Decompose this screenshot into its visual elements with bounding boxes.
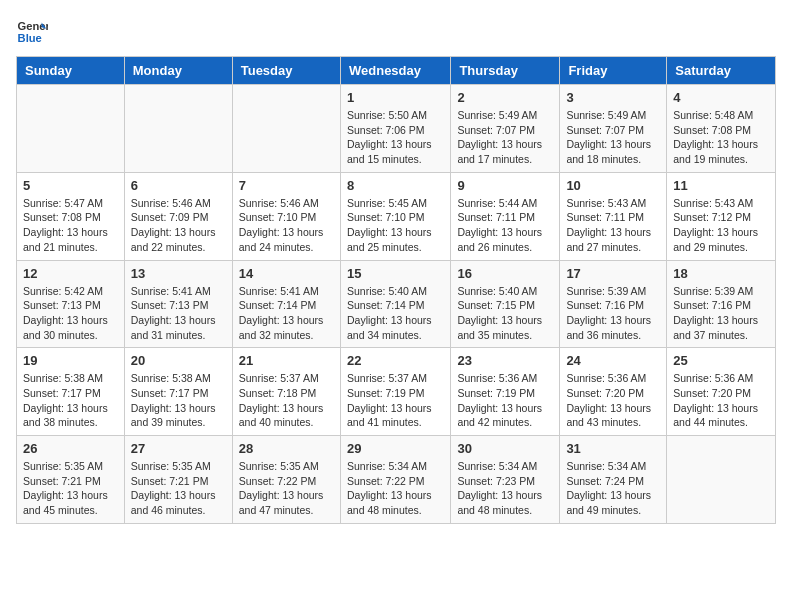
day-info: Sunrise: 5:43 AM Sunset: 7:11 PM Dayligh… (566, 196, 660, 255)
day-number: 26 (23, 441, 118, 456)
day-number: 21 (239, 353, 334, 368)
calendar-cell: 14Sunrise: 5:41 AM Sunset: 7:14 PM Dayli… (232, 260, 340, 348)
calendar-cell: 31Sunrise: 5:34 AM Sunset: 7:24 PM Dayli… (560, 436, 667, 524)
day-info: Sunrise: 5:36 AM Sunset: 7:20 PM Dayligh… (673, 371, 769, 430)
day-info: Sunrise: 5:40 AM Sunset: 7:14 PM Dayligh… (347, 284, 444, 343)
day-info: Sunrise: 5:38 AM Sunset: 7:17 PM Dayligh… (131, 371, 226, 430)
day-info: Sunrise: 5:43 AM Sunset: 7:12 PM Dayligh… (673, 196, 769, 255)
day-info: Sunrise: 5:34 AM Sunset: 7:24 PM Dayligh… (566, 459, 660, 518)
calendar-week-3: 12Sunrise: 5:42 AM Sunset: 7:13 PM Dayli… (17, 260, 776, 348)
col-header-wednesday: Wednesday (340, 57, 450, 85)
calendar-cell: 15Sunrise: 5:40 AM Sunset: 7:14 PM Dayli… (340, 260, 450, 348)
logo: General Blue (16, 16, 48, 48)
day-number: 13 (131, 266, 226, 281)
col-header-saturday: Saturday (667, 57, 776, 85)
calendar-cell: 1Sunrise: 5:50 AM Sunset: 7:06 PM Daylig… (340, 85, 450, 173)
col-header-friday: Friday (560, 57, 667, 85)
day-info: Sunrise: 5:46 AM Sunset: 7:09 PM Dayligh… (131, 196, 226, 255)
calendar-cell (17, 85, 125, 173)
day-number: 14 (239, 266, 334, 281)
day-info: Sunrise: 5:41 AM Sunset: 7:13 PM Dayligh… (131, 284, 226, 343)
day-info: Sunrise: 5:37 AM Sunset: 7:18 PM Dayligh… (239, 371, 334, 430)
day-number: 30 (457, 441, 553, 456)
day-number: 28 (239, 441, 334, 456)
day-info: Sunrise: 5:34 AM Sunset: 7:23 PM Dayligh… (457, 459, 553, 518)
calendar-cell: 19Sunrise: 5:38 AM Sunset: 7:17 PM Dayli… (17, 348, 125, 436)
calendar-cell: 24Sunrise: 5:36 AM Sunset: 7:20 PM Dayli… (560, 348, 667, 436)
calendar-cell: 22Sunrise: 5:37 AM Sunset: 7:19 PM Dayli… (340, 348, 450, 436)
day-number: 17 (566, 266, 660, 281)
calendar-cell (124, 85, 232, 173)
calendar-cell: 10Sunrise: 5:43 AM Sunset: 7:11 PM Dayli… (560, 172, 667, 260)
day-number: 29 (347, 441, 444, 456)
svg-text:Blue: Blue (18, 32, 42, 44)
day-info: Sunrise: 5:41 AM Sunset: 7:14 PM Dayligh… (239, 284, 334, 343)
day-info: Sunrise: 5:35 AM Sunset: 7:21 PM Dayligh… (23, 459, 118, 518)
calendar-week-2: 5Sunrise: 5:47 AM Sunset: 7:08 PM Daylig… (17, 172, 776, 260)
page-header: General Blue (16, 16, 776, 48)
day-info: Sunrise: 5:48 AM Sunset: 7:08 PM Dayligh… (673, 108, 769, 167)
calendar-week-5: 26Sunrise: 5:35 AM Sunset: 7:21 PM Dayli… (17, 436, 776, 524)
calendar-cell: 30Sunrise: 5:34 AM Sunset: 7:23 PM Dayli… (451, 436, 560, 524)
calendar-cell: 18Sunrise: 5:39 AM Sunset: 7:16 PM Dayli… (667, 260, 776, 348)
day-number: 18 (673, 266, 769, 281)
day-number: 7 (239, 178, 334, 193)
day-number: 1 (347, 90, 444, 105)
day-info: Sunrise: 5:36 AM Sunset: 7:19 PM Dayligh… (457, 371, 553, 430)
day-number: 8 (347, 178, 444, 193)
day-info: Sunrise: 5:40 AM Sunset: 7:15 PM Dayligh… (457, 284, 553, 343)
day-number: 15 (347, 266, 444, 281)
day-info: Sunrise: 5:37 AM Sunset: 7:19 PM Dayligh… (347, 371, 444, 430)
day-info: Sunrise: 5:42 AM Sunset: 7:13 PM Dayligh… (23, 284, 118, 343)
calendar-cell: 25Sunrise: 5:36 AM Sunset: 7:20 PM Dayli… (667, 348, 776, 436)
calendar-cell: 26Sunrise: 5:35 AM Sunset: 7:21 PM Dayli… (17, 436, 125, 524)
calendar-cell (232, 85, 340, 173)
day-number: 19 (23, 353, 118, 368)
calendar-cell: 11Sunrise: 5:43 AM Sunset: 7:12 PM Dayli… (667, 172, 776, 260)
calendar-table: SundayMondayTuesdayWednesdayThursdayFrid… (16, 56, 776, 524)
col-header-sunday: Sunday (17, 57, 125, 85)
day-info: Sunrise: 5:49 AM Sunset: 7:07 PM Dayligh… (457, 108, 553, 167)
calendar-cell: 28Sunrise: 5:35 AM Sunset: 7:22 PM Dayli… (232, 436, 340, 524)
calendar-week-4: 19Sunrise: 5:38 AM Sunset: 7:17 PM Dayli… (17, 348, 776, 436)
day-info: Sunrise: 5:47 AM Sunset: 7:08 PM Dayligh… (23, 196, 118, 255)
day-info: Sunrise: 5:38 AM Sunset: 7:17 PM Dayligh… (23, 371, 118, 430)
calendar-cell: 2Sunrise: 5:49 AM Sunset: 7:07 PM Daylig… (451, 85, 560, 173)
calendar-cell: 5Sunrise: 5:47 AM Sunset: 7:08 PM Daylig… (17, 172, 125, 260)
calendar-cell: 20Sunrise: 5:38 AM Sunset: 7:17 PM Dayli… (124, 348, 232, 436)
day-info: Sunrise: 5:36 AM Sunset: 7:20 PM Dayligh… (566, 371, 660, 430)
calendar-cell: 23Sunrise: 5:36 AM Sunset: 7:19 PM Dayli… (451, 348, 560, 436)
day-number: 12 (23, 266, 118, 281)
calendar-cell: 6Sunrise: 5:46 AM Sunset: 7:09 PM Daylig… (124, 172, 232, 260)
calendar-cell: 3Sunrise: 5:49 AM Sunset: 7:07 PM Daylig… (560, 85, 667, 173)
day-info: Sunrise: 5:35 AM Sunset: 7:22 PM Dayligh… (239, 459, 334, 518)
day-number: 24 (566, 353, 660, 368)
calendar-cell: 21Sunrise: 5:37 AM Sunset: 7:18 PM Dayli… (232, 348, 340, 436)
col-header-thursday: Thursday (451, 57, 560, 85)
day-number: 16 (457, 266, 553, 281)
calendar-cell: 27Sunrise: 5:35 AM Sunset: 7:21 PM Dayli… (124, 436, 232, 524)
day-info: Sunrise: 5:39 AM Sunset: 7:16 PM Dayligh… (566, 284, 660, 343)
calendar-cell: 13Sunrise: 5:41 AM Sunset: 7:13 PM Dayli… (124, 260, 232, 348)
day-number: 4 (673, 90, 769, 105)
calendar-cell (667, 436, 776, 524)
calendar-week-1: 1Sunrise: 5:50 AM Sunset: 7:06 PM Daylig… (17, 85, 776, 173)
calendar-cell: 9Sunrise: 5:44 AM Sunset: 7:11 PM Daylig… (451, 172, 560, 260)
calendar-cell: 4Sunrise: 5:48 AM Sunset: 7:08 PM Daylig… (667, 85, 776, 173)
day-number: 6 (131, 178, 226, 193)
day-number: 27 (131, 441, 226, 456)
day-number: 20 (131, 353, 226, 368)
day-number: 2 (457, 90, 553, 105)
day-info: Sunrise: 5:50 AM Sunset: 7:06 PM Dayligh… (347, 108, 444, 167)
day-info: Sunrise: 5:35 AM Sunset: 7:21 PM Dayligh… (131, 459, 226, 518)
day-number: 5 (23, 178, 118, 193)
calendar-cell: 8Sunrise: 5:45 AM Sunset: 7:10 PM Daylig… (340, 172, 450, 260)
col-header-monday: Monday (124, 57, 232, 85)
calendar-cell: 12Sunrise: 5:42 AM Sunset: 7:13 PM Dayli… (17, 260, 125, 348)
day-info: Sunrise: 5:34 AM Sunset: 7:22 PM Dayligh… (347, 459, 444, 518)
day-number: 3 (566, 90, 660, 105)
day-info: Sunrise: 5:39 AM Sunset: 7:16 PM Dayligh… (673, 284, 769, 343)
day-number: 25 (673, 353, 769, 368)
day-number: 10 (566, 178, 660, 193)
day-number: 11 (673, 178, 769, 193)
